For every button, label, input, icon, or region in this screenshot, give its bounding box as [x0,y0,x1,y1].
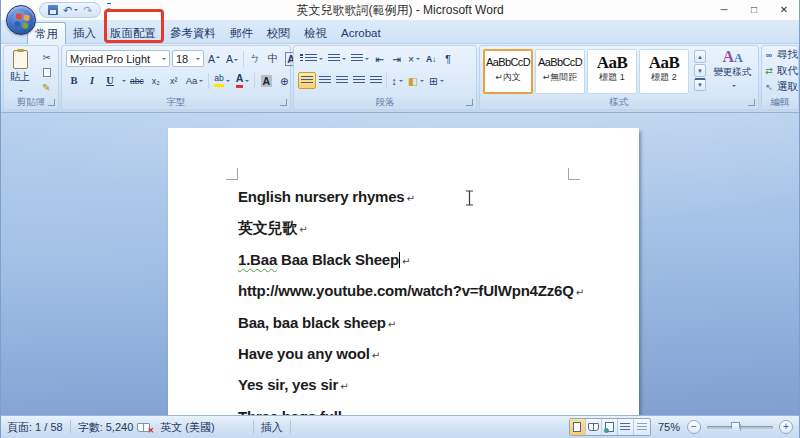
document-page[interactable]: English nursery rhymes↵英文兒歌↵1.Baa Baa Bl… [168,128,639,415]
font-size-combo[interactable]: 18 [172,50,204,67]
draft-view-button[interactable] [634,419,650,435]
character-shading-button[interactable]: A [258,72,274,89]
shading-button[interactable]: ◧ [406,72,426,89]
distributed-button[interactable] [368,72,384,89]
styles-dialog-launcher[interactable] [748,99,755,106]
zoom-out-button[interactable]: − [687,420,701,434]
strikethrough-button[interactable]: abc [128,72,146,89]
numbering-button[interactable] [326,50,348,67]
align-center-button[interactable] [317,72,333,89]
document-area[interactable]: English nursery rhymes↵英文兒歌↵1.Baa Baa Bl… [1,113,799,415]
zoom-in-button[interactable]: + [779,420,793,434]
proofing-status[interactable]: ✕ [137,422,152,433]
chevron-down-icon [122,80,126,84]
sort-button[interactable]: A↓ [423,50,439,67]
show-marks-button[interactable]: ¶ [440,50,456,67]
select-button[interactable]: ↖選取 [762,78,798,94]
cut-button[interactable]: ✂ [37,50,56,64]
document-line[interactable]: Three bags full.↵ [238,402,584,415]
undo-button[interactable]: ↶ [63,5,78,16]
change-case-button[interactable]: Aa [184,72,206,89]
tab-view[interactable]: 檢視 [297,22,334,44]
gallery-up-button[interactable]: ▲ [694,50,706,63]
chevron-down-icon [440,80,444,84]
paste-button[interactable]: 貼上 [7,49,33,96]
format-painter-button[interactable]: ✎ [37,80,56,94]
chevron-down-icon [399,80,403,84]
asian-layout-menu-button[interactable]: × [406,50,422,67]
tab-review[interactable]: 校閱 [260,22,297,44]
gallery-down-button[interactable]: ▼ [694,64,706,77]
asian-layout-button[interactable]: 中 [265,50,281,67]
phonetic-guide-button[interactable]: ㄅ [247,50,263,67]
redo-button[interactable]: ↷ [83,5,92,16]
justify-button[interactable] [351,72,367,89]
tab-mailings[interactable]: 郵件 [223,22,260,44]
insert-mode-indicator[interactable]: 插入 [261,420,283,435]
copy-button[interactable] [37,65,56,79]
enclose-characters-button[interactable]: ⊕ [276,72,292,89]
font-color-button[interactable]: A [234,72,252,89]
line-spacing-button[interactable]: ↕ [389,72,405,89]
document-line[interactable]: Baa, baa black sheep↵ [238,308,584,339]
minimize-button[interactable]: ─ [709,0,739,20]
borders-button[interactable]: ⊞ [427,72,446,89]
grow-font-button[interactable]: A [206,50,222,67]
tab-acrobat[interactable]: Acrobat [334,22,388,44]
align-right-button[interactable] [334,72,350,89]
tab-insert[interactable]: 插入 [66,22,103,44]
style-card-heading2[interactable]: AaB標題 2 [639,49,689,94]
zoom-slider-thumb[interactable] [731,422,740,433]
shrink-font-button[interactable]: A [224,50,240,67]
replace-button[interactable]: ⇄取代 [762,62,798,78]
asian-layout-menu-icon: × [408,53,414,65]
fullscreen-reading-view-button[interactable] [586,419,602,435]
document-line[interactable]: Yes sir, yes sir↵ [238,370,584,401]
chevron-down-icon [342,58,346,62]
copy-icon [43,68,51,77]
bullets-button[interactable] [298,50,325,67]
word-count[interactable]: 字數: 5,240 [78,420,134,435]
align-right-icon [336,76,348,85]
outline-view-button[interactable] [618,419,634,435]
zoom-slider[interactable] [707,426,773,429]
change-styles-button[interactable]: AA 變更樣式 [709,48,756,96]
underline-button[interactable]: U [102,72,118,89]
zoom-level[interactable]: 75% [658,421,680,433]
language-indicator[interactable]: 英文 (美國) [160,420,214,435]
find-button[interactable]: ∞尋找 [762,46,798,62]
clipboard-dialog-launcher[interactable] [48,99,55,106]
increase-indent-button[interactable]: ⇥ [389,50,405,67]
tab-references[interactable]: 參考資料 [163,22,223,44]
print-layout-view-button[interactable] [570,419,586,435]
superscript-button[interactable]: x² [166,72,182,89]
align-left-button[interactable] [298,72,316,89]
decrease-indent-button[interactable]: ⇤ [372,50,388,67]
document-text[interactable]: English nursery rhymes↵英文兒歌↵1.Baa Baa Bl… [238,182,584,415]
style-name: ↵內文 [485,70,531,84]
multilevel-list-button[interactable] [349,50,371,67]
italic-button[interactable]: I [84,72,100,89]
office-button[interactable] [6,5,36,35]
select-label: 選取 [777,80,798,94]
gallery-expand-button[interactable]: ▼ [694,78,706,91]
close-button[interactable]: ✕ [769,0,799,20]
style-card-no-spacing[interactable]: AaBbCcD↵無間距 [535,49,585,94]
document-line[interactable]: English nursery rhymes↵ [238,182,584,213]
save-button[interactable] [48,5,58,15]
highlight-color-button[interactable]: ab [212,72,231,89]
font-dialog-launcher[interactable] [280,99,287,106]
paragraph-dialog-launcher[interactable] [466,99,473,106]
style-card-normal[interactable]: AaBbCcD↵內文 [483,49,533,94]
document-line[interactable]: 英文兒歌↵ [238,213,584,244]
document-line[interactable]: 1.Baa Baa Black Sheep↵ [238,245,584,276]
web-layout-view-button[interactable] [602,419,618,435]
maximize-button[interactable]: □ [739,0,769,20]
font-name-combo[interactable]: Myriad Pro Light [66,50,170,67]
document-line[interactable]: Have you any wool↵ [238,339,584,370]
style-card-heading1[interactable]: AaB標題 1 [587,49,637,94]
bold-button[interactable]: B [66,72,82,89]
document-line[interactable]: http://www.youtube.com/watch?v=fUlWpn4Zz… [238,276,584,307]
subscript-button[interactable]: x₂ [148,72,164,89]
page-indicator[interactable]: 頁面: 1 / 58 [7,420,63,435]
